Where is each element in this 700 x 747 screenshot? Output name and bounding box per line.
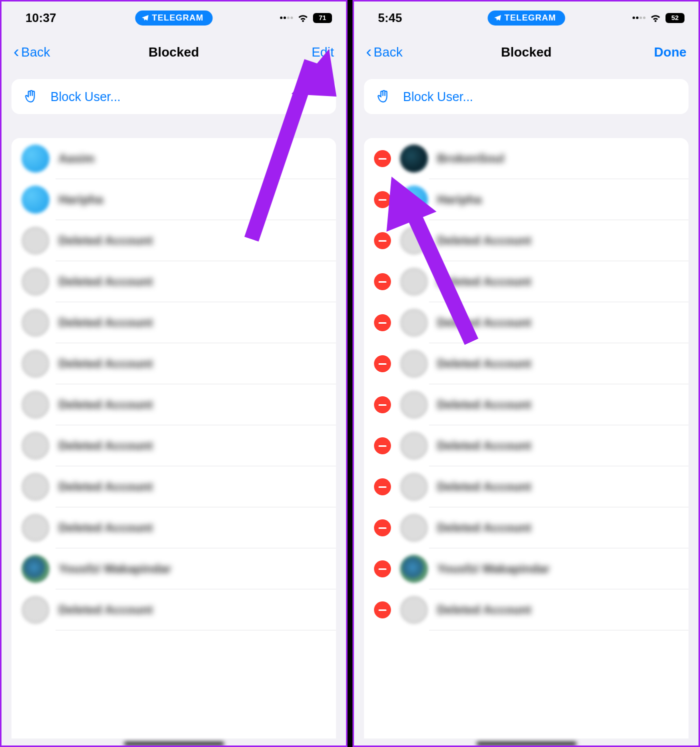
list-item[interactable]: Deleted Account bbox=[12, 220, 336, 261]
delete-minus-button[interactable] bbox=[374, 273, 391, 290]
list-item[interactable]: Deleted Account bbox=[364, 302, 688, 343]
delete-minus-button[interactable] bbox=[374, 601, 391, 618]
blocked-users-list[interactable]: BrokenSoulHariphaDeleted AccountDeleted … bbox=[364, 138, 688, 738]
avatar bbox=[400, 145, 428, 173]
nav-bar: ‹ Back Blocked Done bbox=[354, 34, 698, 70]
delete-minus-button[interactable] bbox=[374, 396, 391, 413]
cellular-icon bbox=[280, 17, 293, 19]
battery-icon: 71 bbox=[313, 13, 332, 23]
cellular-icon bbox=[632, 17, 646, 19]
avatar bbox=[400, 473, 428, 501]
nav-bar: ‹ Back Blocked Edit bbox=[2, 34, 346, 70]
status-time: 10:37 bbox=[26, 11, 56, 25]
status-right: 52 bbox=[632, 12, 684, 24]
chevron-left-icon: ‹ bbox=[366, 42, 372, 61]
delete-minus-button[interactable] bbox=[374, 560, 391, 577]
back-button[interactable]: ‹ Back bbox=[366, 44, 402, 61]
delete-minus-button[interactable] bbox=[374, 191, 391, 208]
user-name: Deleted Account bbox=[58, 603, 152, 617]
list-item[interactable]: Deleted Account bbox=[12, 261, 336, 302]
avatar bbox=[22, 350, 50, 378]
list-item[interactable]: Deleted Account bbox=[12, 302, 336, 343]
avatar bbox=[22, 268, 50, 296]
list-item[interactable]: Aasim bbox=[12, 138, 336, 179]
battery-icon: 52 bbox=[666, 13, 684, 23]
list-item[interactable]: Deleted Account bbox=[12, 425, 336, 466]
delete-minus-button[interactable] bbox=[374, 355, 391, 372]
battery-level: 71 bbox=[313, 13, 332, 23]
back-label: Back bbox=[21, 45, 50, 60]
delete-minus-button[interactable] bbox=[374, 478, 391, 495]
list-item[interactable]: Deleted Account bbox=[364, 220, 688, 261]
user-name: Deleted Account bbox=[437, 603, 531, 617]
app-pill-label: TELEGRAM bbox=[152, 13, 204, 23]
delete-minus-button[interactable] bbox=[374, 314, 391, 331]
back-label: Back bbox=[374, 45, 402, 60]
delete-minus-button[interactable] bbox=[374, 519, 391, 536]
block-user-button[interactable]: Block User... bbox=[364, 79, 688, 114]
home-indicator[interactable] bbox=[124, 742, 224, 745]
user-name: Yousfzi Wakapindar bbox=[58, 562, 171, 576]
user-name: Aasim bbox=[58, 152, 94, 166]
app-pill-label: TELEGRAM bbox=[504, 13, 556, 23]
user-name: BrokenSoul bbox=[437, 152, 504, 166]
user-name: Deleted Account bbox=[437, 316, 531, 330]
back-button[interactable]: ‹ Back bbox=[14, 44, 50, 61]
list-item[interactable]: Yousfzi Wakapindar bbox=[364, 548, 688, 589]
block-user-label: Block User... bbox=[403, 90, 473, 104]
divider bbox=[348, 0, 352, 747]
user-name: Deleted Account bbox=[437, 521, 531, 535]
wifi-icon bbox=[297, 12, 309, 24]
list-item[interactable]: Deleted Account bbox=[364, 343, 688, 384]
list-item[interactable]: Deleted Account bbox=[364, 425, 688, 466]
list-item[interactable]: Haripha bbox=[12, 179, 336, 220]
avatar bbox=[22, 309, 50, 337]
user-name: Deleted Account bbox=[58, 398, 152, 412]
avatar bbox=[22, 227, 50, 255]
avatar bbox=[22, 391, 50, 419]
avatar bbox=[22, 555, 50, 583]
list-item[interactable]: Yousfzi Wakapindar bbox=[12, 548, 336, 589]
list-item[interactable]: Deleted Account bbox=[12, 466, 336, 507]
content-area: Block User... AasimHariphaDeleted Accoun… bbox=[2, 79, 346, 738]
app-return-pill[interactable]: TELEGRAM bbox=[135, 11, 212, 26]
user-name: Deleted Account bbox=[437, 439, 531, 453]
delete-minus-button[interactable] bbox=[374, 150, 391, 167]
user-name: Deleted Account bbox=[58, 275, 152, 289]
avatar bbox=[22, 473, 50, 501]
avatar bbox=[400, 309, 428, 337]
avatar bbox=[400, 186, 428, 214]
status-time: 5:45 bbox=[378, 11, 402, 25]
status-bar: 10:37 TELEGRAM 71 bbox=[2, 2, 346, 34]
phone-right: 5:45 TELEGRAM 52 ‹ Back Blocked Done bbox=[352, 0, 700, 747]
list-item[interactable]: Deleted Account bbox=[12, 384, 336, 425]
list-item[interactable]: Deleted Account bbox=[12, 343, 336, 384]
user-name: Haripha bbox=[58, 193, 103, 207]
delete-minus-button[interactable] bbox=[374, 437, 391, 454]
app-return-pill[interactable]: TELEGRAM bbox=[488, 11, 565, 26]
user-name: Yousfzi Wakapindar bbox=[437, 562, 550, 576]
list-item[interactable]: Deleted Account bbox=[364, 384, 688, 425]
phone-left: 10:37 TELEGRAM 71 ‹ Back Blocked Edit bbox=[0, 0, 348, 747]
list-item[interactable]: Deleted Account bbox=[364, 466, 688, 507]
list-item[interactable]: BrokenSoul bbox=[364, 138, 688, 179]
hand-stop-icon bbox=[22, 88, 40, 105]
home-indicator[interactable] bbox=[476, 742, 576, 745]
list-item[interactable]: Haripha bbox=[364, 179, 688, 220]
status-bar: 5:45 TELEGRAM 52 bbox=[354, 2, 698, 34]
user-name: Deleted Account bbox=[437, 357, 531, 371]
done-button[interactable]: Done bbox=[654, 45, 686, 60]
delete-minus-button[interactable] bbox=[374, 232, 391, 249]
status-right: 71 bbox=[280, 12, 332, 24]
block-user-button[interactable]: Block User... bbox=[12, 79, 336, 114]
list-item[interactable]: Deleted Account bbox=[364, 507, 688, 548]
list-item[interactable]: Deleted Account bbox=[12, 507, 336, 548]
blocked-users-list[interactable]: AasimHariphaDeleted AccountDeleted Accou… bbox=[12, 138, 336, 738]
list-item[interactable]: Deleted Account bbox=[364, 261, 688, 302]
edit-button[interactable]: Edit bbox=[312, 45, 334, 60]
list-item[interactable]: Deleted Account bbox=[12, 589, 336, 630]
block-user-label: Block User... bbox=[50, 90, 120, 104]
content-area: Block User... BrokenSoulHariphaDeleted A… bbox=[354, 79, 698, 738]
list-item[interactable]: Deleted Account bbox=[364, 589, 688, 630]
user-name: Deleted Account bbox=[437, 234, 531, 248]
